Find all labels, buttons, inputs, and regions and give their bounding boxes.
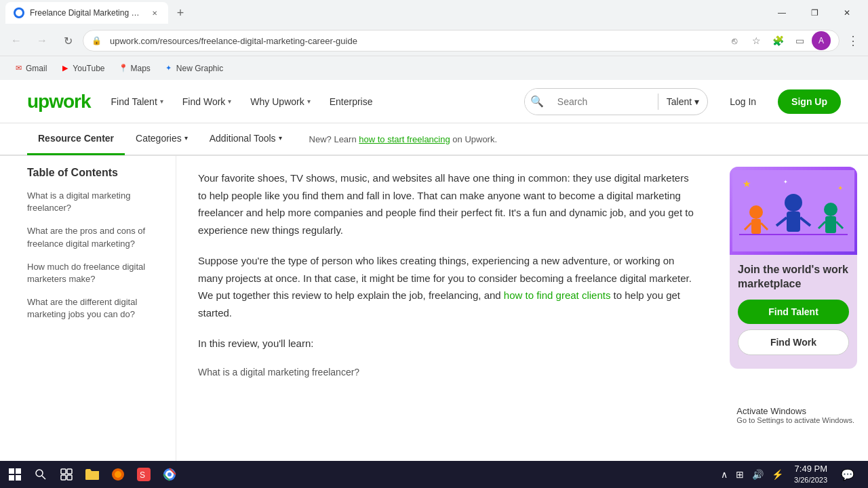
share-icon[interactable]: ⎋ — [725, 31, 744, 50]
activate-windows-notice: Activate Windows Go to Settings to activ… — [730, 402, 861, 428]
categories-label: Categories — [136, 133, 182, 144]
svg-text:✦: ✦ — [837, 184, 843, 192]
login-button[interactable]: Log In — [719, 91, 767, 113]
svg-rect-7 — [787, 211, 800, 232]
activate-windows-title: Activate Windows — [736, 406, 854, 416]
svg-rect-20 — [16, 475, 21, 481]
search-input[interactable] — [549, 96, 658, 107]
forward-button[interactable]: → — [31, 30, 53, 52]
task-view-icon — [60, 468, 73, 481]
toc-sidebar: Table of Contents What is a digital mark… — [0, 156, 176, 461]
tab-title: Freelance Digital Marketing Care — [30, 8, 144, 18]
active-tab[interactable]: Freelance Digital Marketing Care ✕ — [5, 2, 168, 24]
toc-item-2[interactable]: What are the pros and cons of freelance … — [27, 225, 165, 249]
taskbar: S ∧ ⊞ 🔊 ⚡ 7:49 PM 3/26/2023 💬 — [0, 461, 868, 488]
svg-point-6 — [785, 194, 802, 211]
start-button[interactable] — [3, 462, 27, 487]
new-graphic-icon: ✦ — [164, 64, 174, 73]
tab-close-button[interactable]: ✕ — [149, 7, 160, 18]
toc-item-1[interactable]: What is a digital marketing freelancer? — [27, 190, 165, 214]
svg-line-22 — [42, 476, 45, 479]
new-learn-banner: New? Learn how to start freelancing on U… — [309, 134, 498, 144]
svg-rect-11 — [825, 216, 836, 233]
title-bar: Freelance Digital Marketing Care ✕ + — ❐… — [0, 0, 868, 26]
new-tab-button[interactable]: + — [171, 3, 190, 22]
extensions-icon[interactable]: 🧩 — [768, 31, 787, 50]
toc-scroll: What is a digital marketing freelancer? … — [27, 190, 165, 321]
reload-button[interactable]: ↻ — [57, 30, 79, 52]
system-tray: ∧ ⊞ 🔊 ⚡ 7:49 PM 3/26/2023 💬 — [713, 462, 865, 487]
activate-windows-subtitle: Go to Settings to activate Windows. — [736, 416, 854, 424]
nav-find-talent[interactable]: Find Talent ▾ — [107, 94, 167, 110]
banner-prefix: New? Learn — [309, 134, 359, 144]
nav-search-bar[interactable]: 🔍 Talent ▾ — [524, 88, 708, 115]
cta-card: ★ ✦ ✦ Join the world's work marketplace … — [730, 167, 857, 369]
sidepanel-icon[interactable]: ▭ — [790, 31, 809, 50]
additional-tools-link[interactable]: Additional Tools ▾ — [199, 123, 293, 155]
cta-find-talent-button[interactable]: Find Talent — [738, 300, 849, 324]
svg-rect-24 — [67, 469, 72, 474]
nav-find-work-label: Find Work — [182, 96, 226, 107]
bookmark-gmail[interactable]: ✉ Gmail — [8, 61, 52, 76]
signup-button[interactable]: Sign Up — [778, 89, 841, 114]
svg-point-10 — [824, 203, 837, 216]
svg-text:★: ★ — [743, 178, 751, 189]
address-bar[interactable]: 🔒 upwork.com/resources/freelance-digital… — [83, 30, 840, 52]
svg-point-33 — [167, 472, 172, 476]
cta-find-work-button[interactable]: Find Work — [738, 329, 849, 355]
taskbar-firefox[interactable] — [106, 462, 130, 487]
taskbar-task-view[interactable] — [54, 462, 79, 487]
tray-volume[interactable]: 🔊 — [749, 468, 766, 481]
window-controls: — ❐ ✕ — [766, 2, 863, 24]
nav-why-upwork-label: Why Upwork — [250, 96, 304, 107]
talent-arrow: ▾ — [694, 96, 699, 107]
windows-logo-icon — [8, 468, 22, 481]
cta-illustration: ★ ✦ ✦ — [730, 167, 857, 255]
bookmark-new-graphic-label: New Graphic — [176, 64, 223, 73]
taskbar-app3[interactable]: S — [132, 462, 156, 487]
lock-icon: 🔒 — [92, 36, 102, 45]
upwork-logo[interactable]: upwork — [27, 91, 91, 113]
toc-item-4[interactable]: What are the different digital marketing… — [27, 296, 165, 321]
article-body: Your favorite shoes, TV shows, music, an… — [176, 156, 719, 461]
svg-point-21 — [36, 470, 43, 476]
find-great-clients-link[interactable]: how to find great clients — [504, 289, 611, 301]
tray-battery[interactable]: ⚡ — [769, 468, 786, 481]
minimize-button[interactable]: — — [766, 2, 797, 24]
bookmark-gmail-label: Gmail — [26, 64, 47, 73]
tray-network[interactable]: ⊞ — [733, 468, 747, 481]
talent-dropdown[interactable]: Talent ▾ — [658, 89, 707, 115]
search-icon: 🔍 — [525, 88, 549, 115]
chat-icon[interactable]: 💬 — [835, 462, 860, 487]
taskbar-search[interactable] — [28, 462, 53, 487]
nav-find-work[interactable]: Find Work ▾ — [178, 94, 236, 110]
tray-chevron[interactable]: ∧ — [718, 468, 730, 481]
close-button[interactable]: ✕ — [831, 2, 863, 24]
find-talent-arrow: ▾ — [160, 98, 163, 105]
start-freelancing-link[interactable]: how to start freelancing — [359, 134, 450, 144]
nav-why-upwork[interactable]: Why Upwork ▾ — [246, 94, 314, 110]
nav-enterprise[interactable]: Enterprise — [326, 94, 377, 110]
resource-center-link[interactable]: Resource Center — [27, 123, 125, 155]
bookmark-new-graphic[interactable]: ✦ New Graphic — [159, 61, 229, 76]
illustration-svg: ★ ✦ ✦ — [732, 170, 854, 251]
bookmark-youtube[interactable]: ▶ YouTube — [55, 61, 110, 76]
bookmark-maps[interactable]: 📍 Maps — [113, 61, 156, 76]
profile-button[interactable]: A — [812, 31, 831, 50]
svg-rect-19 — [9, 475, 14, 481]
bookmark-star-icon[interactable]: ☆ — [747, 31, 766, 50]
back-button[interactable]: ← — [5, 30, 27, 52]
taskbar-chrome[interactable] — [157, 462, 182, 487]
taskbar-folder[interactable] — [80, 462, 104, 487]
clock[interactable]: 7:49 PM 3/26/2023 — [789, 463, 833, 486]
svg-rect-18 — [16, 468, 21, 474]
categories-link[interactable]: Categories ▾ — [125, 123, 199, 155]
browser-menu-icon[interactable]: ⋮ — [844, 31, 863, 50]
additional-tools-arrow: ▾ — [279, 134, 282, 142]
categories-arrow: ▾ — [184, 134, 188, 142]
page-content: upwork Find Talent ▾ Find Work ▾ Why Upw… — [0, 80, 868, 461]
toc-item-3[interactable]: How much do freelance digital marketers … — [27, 261, 165, 285]
toc-title: Table of Contents — [27, 167, 165, 179]
clock-date: 3/26/2023 — [794, 475, 827, 485]
maximize-button[interactable]: ❐ — [799, 2, 830, 24]
